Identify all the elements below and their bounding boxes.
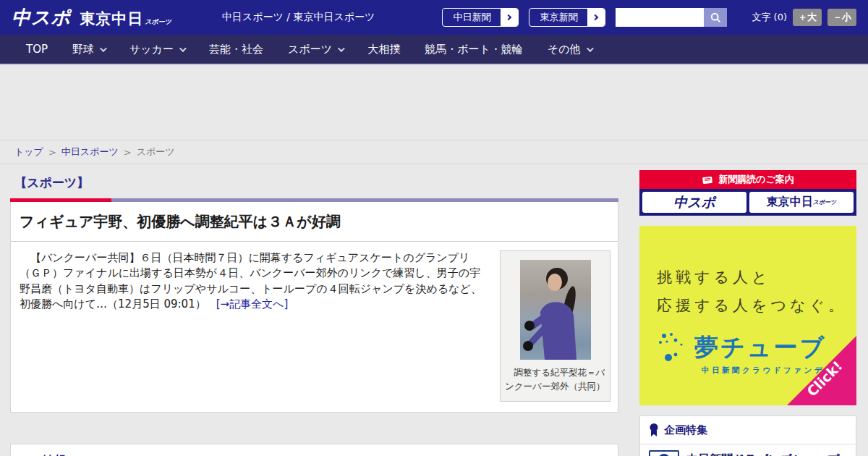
main-nav: TOP 野球 サッカー 芸能・社会 スポーツ 大相撲 競馬・ボート・競輪 その他 [0, 35, 868, 65]
photo-caption: 調整する紀平梨花＝バンクーバー郊外（共同） [503, 366, 607, 394]
skater-photo[interactable] [520, 260, 591, 360]
chevron-down-icon [100, 45, 107, 52]
fontsize-decrease-button[interactable]: －小 [827, 9, 856, 26]
breadcrumb-chunichi-sports-link[interactable]: 中日スポーツ [61, 145, 119, 159]
nav-item-soccer[interactable]: サッカー [129, 43, 184, 56]
search-icon [710, 12, 721, 23]
logo-sports-suffix: スポーツ [145, 17, 171, 27]
section-label: 【スポーツ】 [14, 174, 618, 191]
dots-icon [657, 332, 694, 363]
ribbon-icon [649, 423, 659, 437]
yume-tube-logo: 夢チューブ [694, 332, 826, 364]
dragons-shop-icon [649, 450, 679, 456]
nav-item-sumo[interactable]: 大相撲 [367, 43, 400, 56]
fontsize-label: 文字 (0) [752, 11, 787, 24]
dragons-shop-link[interactable]: 中日新聞ドラゴンズショップ [640, 444, 856, 456]
ad-copy-line1: 挑戦する人と [657, 263, 856, 292]
nav-item-sports[interactable]: スポーツ [288, 43, 343, 56]
site-logo[interactable]: 中スポ 東京中日 スポーツ [12, 5, 171, 30]
nav-item-others[interactable]: その他 [548, 43, 592, 56]
chevron-right-icon [587, 8, 605, 27]
article-card: フィギュア宇野、初優勝へ調整紀平は３Ａが好調 [10, 202, 618, 413]
chunichi-shimbun-button[interactable]: 中日新聞 [442, 8, 519, 27]
site-header: 中スポ 東京中日 スポーツ 中日スポーツ / 東京中日スポーツ 中日新聞 東京新… [0, 0, 868, 35]
subscription-banner[interactable]: 新聞購読のご案内 中スポ 東京中日 スポーツ [639, 170, 856, 216]
search-input[interactable] [616, 8, 704, 27]
nav-item-baseball[interactable]: 野球 [72, 43, 105, 56]
nav-item-top[interactable]: TOP [26, 43, 48, 56]
fontsize-increase-button[interactable]: ＋大 [793, 9, 822, 26]
tokyo-shimbun-label: 東京新聞 [529, 11, 587, 24]
article-headline[interactable]: フィギュア宇野、初優勝へ調整紀平は３Ａが好調 [20, 212, 609, 232]
chevron-down-icon [179, 45, 187, 52]
chevron-down-icon [587, 45, 594, 52]
top-ad-space [0, 65, 868, 140]
full-article-link[interactable]: [→記事全文へ] [216, 297, 289, 311]
nav-item-entertainment[interactable]: 芸能・社会 [209, 43, 263, 56]
chevron-right-icon [501, 8, 518, 27]
newspaper-icon [702, 175, 714, 185]
ad-copy-line2: 応援する人をつなぐ。 [657, 292, 856, 320]
pr-card: PR情報 [10, 444, 618, 456]
skater-figure [520, 260, 591, 360]
logo-chuspo: 中スポ [12, 5, 71, 30]
breadcrumb: トップ > 中日スポーツ > スポーツ [0, 140, 868, 164]
feature-section: 企画特集 中日新聞ドラゴンズショップ [639, 415, 856, 456]
yume-tube-ad[interactable]: 挑戦する人と 応援する人をつなぐ。 夢チューブ 中日新聞クラウドファンディング … [639, 226, 856, 405]
tokyo-shimbun-button[interactable]: 東京新聞 [529, 8, 605, 27]
breadcrumb-top-link[interactable]: トップ [14, 145, 43, 159]
nav-item-racing[interactable]: 競馬・ボート・競輪 [425, 43, 523, 56]
site-title: 中日スポーツ / 東京中日スポーツ [222, 11, 375, 24]
subscription-title: 新聞購読のご案内 [718, 173, 794, 186]
chunichi-shimbun-label: 中日新聞 [443, 11, 501, 24]
chevron-down-icon [338, 45, 345, 52]
logo-tokyo-chunichi: 東京中日 [80, 9, 143, 29]
tokyo-chunichi-subscription-button[interactable]: 東京中日 スポーツ [749, 192, 854, 213]
breadcrumb-current: スポーツ [137, 145, 175, 159]
article-photo-box: 調整する紀平梨花＝バンクーバー郊外（共同） [500, 250, 610, 402]
search-button[interactable] [704, 8, 727, 27]
feature-section-title: 企画特集 [664, 423, 707, 437]
chuspo-subscription-button[interactable]: 中スポ [642, 192, 746, 213]
